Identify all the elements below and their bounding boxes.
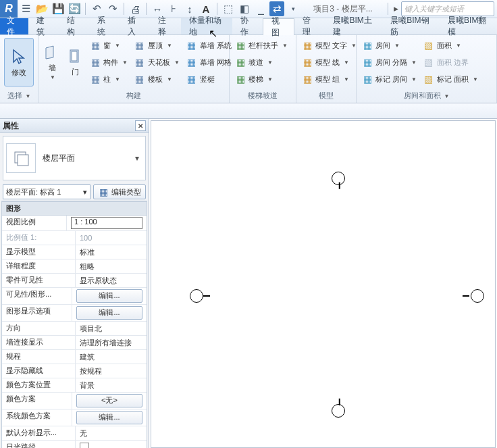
property-value[interactable]: 无	[76, 426, 147, 440]
level-head[interactable]	[471, 289, 484, 303]
property-value[interactable]: 编辑...	[72, 409, 147, 426]
level-head[interactable]	[190, 289, 203, 303]
chevron-down-icon[interactable]: ▼	[26, 93, 31, 99]
property-value[interactable]: <无>	[72, 393, 147, 409]
qat-sync-icon[interactable]: 🔄	[67, 1, 82, 16]
ribbon-item[interactable]: ▦竖梃	[185, 72, 233, 86]
ribbon-item[interactable]: ▦坡道▼	[234, 55, 289, 70]
tab-体量和场地[interactable]: 体量和场地	[181, 18, 233, 34]
tab-晨曦BIM翻模[interactable]: 晨曦BIM翻模	[440, 18, 497, 34]
property-value[interactable]: 编辑...	[72, 305, 147, 321]
qat-redo-icon[interactable]: ↷	[105, 1, 120, 16]
ribbon-item[interactable]: ▦幕墙 系统	[185, 38, 233, 53]
wall-label: 墙	[49, 63, 56, 73]
qat-save-icon[interactable]: 💾	[51, 1, 66, 16]
area-button[interactable]: ▧面积▼	[422, 38, 479, 53]
property-value[interactable]: 1 : 100	[67, 216, 147, 230]
door-label: 门	[72, 67, 79, 77]
tag-area-button[interactable]: ▧标记 面积▼	[422, 72, 479, 86]
room-group-title: 房间和面积 ▼	[357, 91, 496, 103]
qat-measure-icon[interactable]: ↔	[150, 1, 165, 16]
chevron-down-icon[interactable]: ▼	[444, 93, 450, 99]
qat-more-icon[interactable]: ▾	[286, 1, 300, 16]
close-icon[interactable]: ✕	[135, 120, 146, 131]
ribbon-item-label: 模型 线	[315, 57, 340, 68]
tab-管理[interactable]: 管理	[294, 18, 325, 34]
ribbon-item[interactable]: ▦天花板▼	[133, 55, 181, 70]
qat-3d-icon[interactable]: ⬚	[221, 1, 236, 16]
property-value[interactable]: 项目北	[76, 322, 147, 335]
tab-建筑[interactable]: 建筑	[28, 18, 59, 34]
ribbon-item[interactable]: ▦楼板▼	[133, 72, 181, 86]
drawing-canvas[interactable]	[151, 120, 496, 448]
property-value-button[interactable]: 编辑...	[76, 289, 142, 303]
property-name: 颜色方案位置	[2, 378, 76, 392]
tab-系统[interactable]: 系统	[89, 18, 120, 34]
qat-align-icon[interactable]: ⊦	[166, 1, 181, 16]
qat-undo-icon[interactable]: ↶	[89, 1, 104, 16]
property-row: 零件可见性显示原状态	[2, 274, 147, 288]
ribbon-item-label: 幕墙 系统	[200, 41, 232, 51]
qat-dim-icon[interactable]: ↕	[182, 1, 197, 16]
ribbon-item[interactable]: ▦房间▼	[361, 38, 418, 53]
ribbon-item[interactable]: ▦屋顶▼	[133, 38, 181, 53]
chevron-down-icon: ▼	[167, 43, 172, 49]
ribbon-item[interactable]: ▦模型 文字▼	[300, 38, 358, 53]
tab-插入[interactable]: 插入	[120, 18, 150, 34]
tab-结构[interactable]: 结构	[59, 18, 89, 34]
qat-folder-icon[interactable]: 📂	[34, 1, 49, 16]
ribbon-item[interactable]: ▦幕墙 网格	[185, 55, 233, 70]
search-input[interactable]: 键入关键字或短语	[401, 1, 494, 16]
property-name: 默认分析显示...	[2, 426, 76, 440]
file-tab[interactable]: 文件	[0, 18, 28, 34]
tab-视图[interactable]: 视图	[263, 18, 294, 35]
property-value[interactable]: 清理所有墙连接	[76, 336, 147, 349]
ribbon-item-label: 屋顶	[148, 41, 163, 51]
tab-注释[interactable]: 注释	[150, 18, 180, 34]
ribbon-item[interactable]: ▦柱▼	[88, 72, 129, 86]
level-head[interactable]	[332, 172, 345, 185]
property-value-button[interactable]: <无>	[76, 394, 142, 407]
ribbon-item[interactable]: ▦房间 分隔▼	[361, 55, 418, 70]
property-value[interactable]: 建筑	[76, 350, 147, 364]
ribbon-item[interactable]: ▦模型 线▼	[300, 55, 358, 70]
qat-switch-icon[interactable]: ⇄	[269, 1, 284, 16]
qat-section-icon[interactable]: ◧	[237, 1, 252, 16]
instance-selector[interactable]: 楼层平面: 标高 1▾	[3, 184, 90, 199]
property-value-input[interactable]: 1 : 100	[71, 217, 142, 229]
qat-text-icon[interactable]: A	[199, 1, 213, 16]
type-selector[interactable]: 楼层平面 ▾	[3, 136, 146, 180]
ribbon-item-icon: ▦	[90, 40, 101, 51]
ribbon-item-icon: ▦	[90, 57, 101, 68]
ribbon-item[interactable]: ▦构件▼	[88, 55, 129, 70]
tab-晨曦BIM土建[interactable]: 晨曦BIM土建	[325, 18, 382, 34]
ribbon-item-icon: ▦	[90, 74, 101, 84]
edit-type-button[interactable]: ▦编辑类型	[93, 184, 146, 199]
property-value[interactable]: 背景	[76, 378, 147, 392]
property-value[interactable]	[76, 441, 147, 448]
qat-open-icon[interactable]: ☰	[18, 1, 33, 16]
chevron-down-icon[interactable]: ▾	[132, 139, 142, 177]
tab-晨曦BIM钢筋[interactable]: 晨曦BIM钢筋	[382, 18, 440, 34]
level-head[interactable]	[332, 404, 345, 418]
property-value-button[interactable]: 编辑...	[76, 306, 142, 320]
modify-button[interactable]: 修改	[4, 38, 34, 86]
property-section-header[interactable]: 图形	[2, 201, 147, 216]
property-value[interactable]: 编辑...	[72, 288, 147, 304]
wall-button[interactable]: 墙 ▼	[43, 38, 61, 85]
door-button[interactable]: 门	[66, 38, 84, 85]
property-value-button[interactable]: 编辑...	[76, 411, 142, 424]
ribbon-item[interactable]: ▦楼梯▼	[234, 72, 289, 86]
property-checkbox[interactable]	[80, 443, 89, 448]
qat-thin-icon[interactable]: ⎯	[253, 1, 268, 16]
ribbon-item[interactable]: ▦栏杆扶手▼	[234, 38, 289, 53]
tab-协作[interactable]: 协作	[232, 18, 263, 34]
property-value[interactable]: 按规程	[76, 364, 147, 378]
property-value[interactable]: 标准	[76, 245, 147, 259]
qat-print-icon[interactable]: 🖨	[128, 1, 142, 16]
ribbon-item[interactable]: ▦模型 组▼	[300, 72, 358, 86]
ribbon-item[interactable]: ▦标记 房间▼	[361, 72, 418, 86]
ribbon-item[interactable]: ▦窗▼	[88, 38, 129, 53]
property-value[interactable]: 显示原状态	[76, 274, 147, 287]
property-value[interactable]: 粗略	[76, 259, 147, 273]
